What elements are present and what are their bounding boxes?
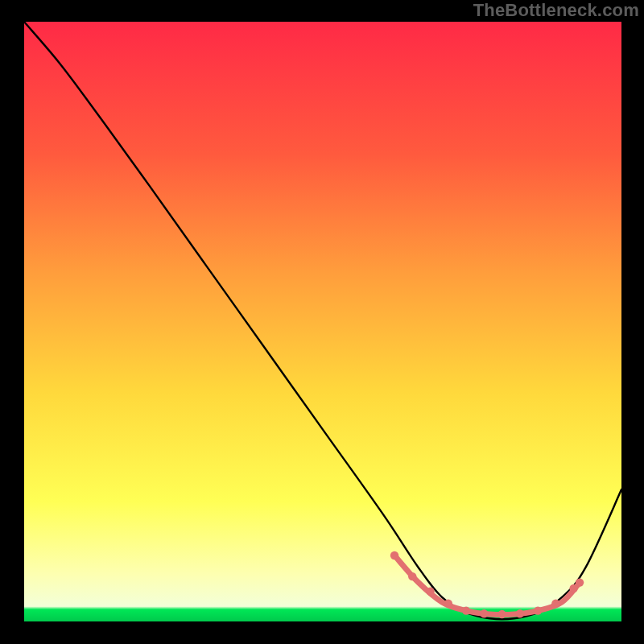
optimal-marker [497, 610, 506, 618]
chart-page: TheBottleneck.com [0, 0, 644, 644]
optimal-marker [576, 578, 584, 586]
optimal-marker [551, 599, 559, 607]
optimal-marker [426, 588, 434, 596]
optimal-marker [444, 599, 452, 607]
watermark-text: TheBottleneck.com [473, 0, 639, 21]
optimal-marker [480, 609, 488, 617]
gradient-background [24, 22, 621, 621]
optimal-marker [462, 606, 470, 614]
chart-svg [24, 22, 621, 621]
optimal-marker [390, 551, 398, 559]
plot-area [24, 22, 621, 621]
optimal-marker [516, 609, 524, 617]
optimal-marker [569, 584, 577, 592]
optimal-marker [534, 606, 542, 614]
optimal-marker [408, 572, 416, 580]
